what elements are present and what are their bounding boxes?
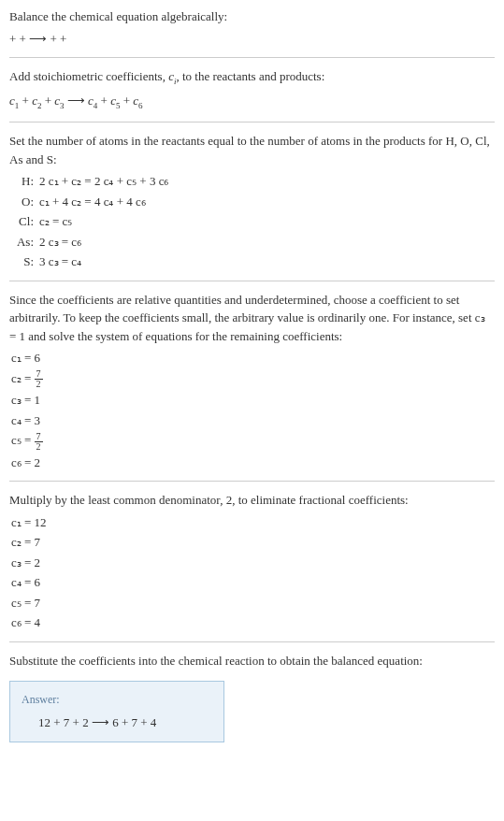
c2-sub: 2 [37, 101, 42, 110]
coef-list: c₁ = 6 c₂ = 72 c₃ = 1 c₄ = 3 c₅ = 72 c₆ … [11, 349, 495, 471]
coef-lhs: c₁ = [11, 351, 35, 365]
c3-sub: 3 [60, 101, 65, 110]
section-atoms: Set the number of atoms in the reactants… [9, 132, 495, 271]
coef-val: 3 [35, 413, 41, 427]
atom-row: Cl: c₂ = c₅ [13, 212, 495, 231]
atom-eq: c₁ + 4 c₂ = 4 c₄ + 4 c₆ [39, 193, 146, 211]
substitute-heading: Substitute the coefficients into the che… [9, 652, 495, 670]
atom-label: O: [13, 193, 39, 211]
coef-val: 1 [35, 393, 41, 407]
fraction: 72 [35, 432, 43, 452]
c5-sub: 5 [116, 101, 121, 110]
plus3: + [101, 94, 111, 108]
coef-row: c₄ = 6 [11, 573, 495, 592]
arrow: ⟶ [67, 94, 88, 108]
divider [9, 122, 495, 122]
section-multiply: Multiply by the least common denominator… [9, 491, 495, 632]
frac-den: 2 [35, 380, 43, 389]
atoms-heading: Set the number of atoms in the reactants… [9, 132, 495, 168]
stoich-heading: Add stoichiometric coefficients, ci, to … [9, 67, 495, 88]
c1-sub: 1 [15, 101, 20, 110]
coef-row: c₆ = 4 [11, 613, 495, 632]
coef-row: c₁ = 6 [11, 349, 495, 367]
divider [9, 281, 495, 281]
coef-row: c₂ = 72 [11, 369, 495, 390]
coef-row: c₃ = 1 [11, 391, 495, 410]
atom-row: H: 2 c₁ + c₂ = 2 c₄ + c₅ + 3 c₆ [13, 172, 495, 191]
divider [9, 57, 495, 58]
atom-label: S: [13, 252, 39, 271]
answer-equation: 12 + 7 + 2 ⟶ 6 + 7 + 4 [22, 713, 212, 732]
atom-label: Cl: [13, 212, 39, 231]
atom-eq: c₂ = c₅ [39, 212, 72, 231]
coef-row: c₃ = 2 [11, 554, 495, 572]
coef-row: c₅ = 7 [11, 594, 495, 612]
divider [9, 641, 495, 642]
stoich-text-b: , to the reactants and products: [176, 69, 324, 83]
multiply-heading: Multiply by the least common denominator… [9, 491, 495, 510]
fraction: 72 [35, 369, 43, 389]
coef-row: c₄ = 3 [11, 411, 495, 430]
answer-label: Answer: [22, 691, 212, 708]
coef-row: c₆ = 2 [11, 454, 495, 472]
stoich-text-a: Add stoichiometric coefficients, [9, 69, 168, 83]
coef-lhs: c₃ = [11, 393, 35, 407]
atom-eq: 3 c₃ = c₄ [39, 252, 81, 271]
section-balance: Balance the chemical equation algebraica… [9, 7, 495, 48]
plus2: + [45, 94, 55, 108]
c6-sub: 6 [138, 101, 143, 110]
coef-lhs: c₄ = [11, 413, 35, 427]
plus1: + [22, 94, 33, 108]
section-substitute: Substitute the coefficients into the che… [9, 652, 495, 742]
stoich-equation: c1 + c2 + c3 ⟶ c4 + c5 + c6 [9, 92, 495, 112]
coef-list-int: c₁ = 12 c₂ = 7 c₃ = 2 c₄ = 6 c₅ = 7 c₆ =… [11, 513, 495, 632]
c4-sub: 4 [94, 101, 98, 110]
coef-lhs: c₅ = [11, 433, 35, 447]
coef-lhs: c₆ = [11, 455, 35, 469]
atom-label: H: [13, 172, 39, 191]
coef-val: 2 [35, 455, 41, 469]
frac-den: 2 [35, 442, 43, 452]
section-stoich: Add stoichiometric coefficients, ci, to … [9, 67, 495, 112]
coef-row: c₁ = 12 [11, 513, 495, 532]
coef-row: c₂ = 7 [11, 533, 495, 552]
section-solve: Since the coefficients are relative quan… [9, 291, 495, 472]
atom-eq: 2 c₁ + c₂ = 2 c₄ + c₅ + 3 c₆ [39, 172, 168, 191]
balance-equation: + + ⟶ + + [9, 30, 495, 49]
coef-lhs: c₂ = [11, 371, 35, 385]
atom-row: S: 3 c₃ = c₄ [13, 252, 495, 271]
solve-heading: Since the coefficients are relative quan… [9, 291, 495, 346]
balance-heading: Balance the chemical equation algebraica… [9, 7, 495, 26]
atom-label: As: [13, 233, 39, 252]
atom-row: O: c₁ + 4 c₂ = 4 c₄ + 4 c₆ [13, 193, 495, 211]
atom-eq: 2 c₃ = c₆ [39, 233, 81, 252]
atom-table: H: 2 c₁ + c₂ = 2 c₄ + c₅ + 3 c₆ O: c₁ + … [13, 172, 495, 271]
plus4: + [123, 94, 134, 108]
divider [9, 481, 495, 482]
answer-box: Answer: 12 + 7 + 2 ⟶ 6 + 7 + 4 [9, 681, 224, 742]
coef-val: 6 [35, 351, 41, 365]
coef-row: c₅ = 72 [11, 431, 495, 452]
atom-row: As: 2 c₃ = c₆ [13, 233, 495, 252]
